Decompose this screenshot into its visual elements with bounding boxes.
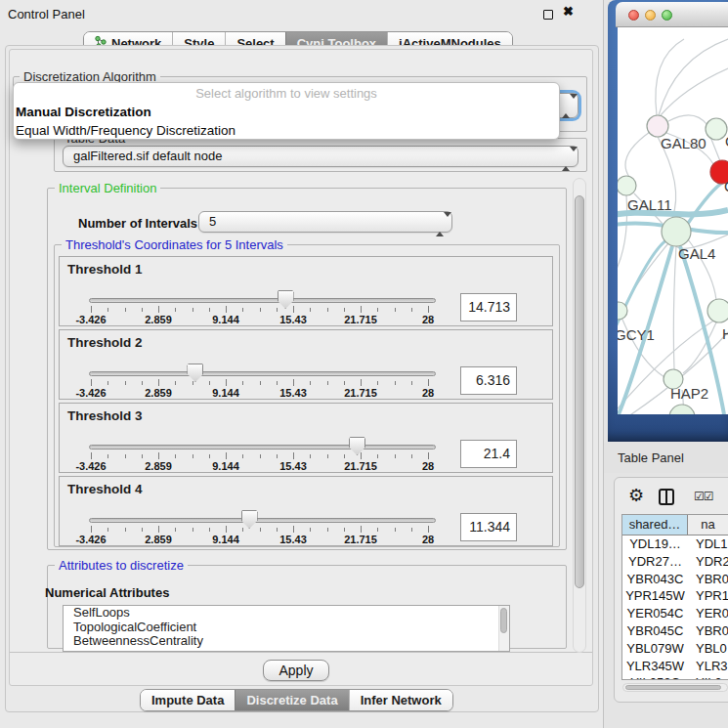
tick-mark [310,528,311,532]
table-cell[interactable]: YIL0 [688,674,728,680]
threshold-value-field[interactable]: 6.316 [460,366,517,395]
tick-mark [91,306,92,313]
table-cell[interactable]: YDR2 [688,553,728,571]
table-row[interactable]: YBR043CYBR0 [622,571,728,588]
attribute-item-selfloops[interactable]: SelfLoops [64,606,509,621]
table-data-combo[interactable]: galFiltered.sif default node [63,146,578,167]
network-window-titlebar[interactable] [616,2,728,27]
table-cell[interactable]: YDR27… [622,553,688,571]
checkbox-icons[interactable]: ☑☑ [694,490,713,503]
tick-mark [175,381,176,385]
number-of-intervals-label: Number of Intervals [78,216,197,231]
spinner-arrows-icon [436,215,445,235]
tab-impute-data[interactable]: Impute Data [141,690,235,710]
tick-mark [142,528,143,532]
table-row[interactable]: YER054CYER0 [622,605,728,622]
node-table[interactable]: shared…na YDL19…YDL1YDR27…YDR2YBR043CYBR… [621,514,728,680]
table-cell[interactable]: YPR1 [688,587,728,605]
column-header-shared-[interactable]: shared… [622,515,688,535]
table-cell[interactable]: YBR0 [688,622,728,640]
tick-mark [377,454,378,458]
node-label-h: H [722,325,728,342]
table-cell[interactable]: YBL0 [688,640,728,658]
tick-mark [395,528,396,532]
table-cell[interactable]: YDL19… [622,535,688,553]
tick-mark [209,528,210,532]
network-canvas[interactable]: GAL80GGAL11CGAL4GCY1HHAP2 [618,27,728,414]
attribute-item-topologicalcoefficient[interactable]: TopologicalCoefficient [64,621,509,635]
float-window-icon[interactable] [543,10,553,20]
panel-scrollbar-thumb[interactable] [575,195,584,588]
tab-discretize-data[interactable]: Discretize Data [235,690,348,710]
close-traffic-light-icon[interactable] [628,10,639,21]
divider [10,652,592,653]
tab-label: Infer Network [361,693,442,707]
tick-mark [158,526,159,533]
network-node[interactable] [618,176,636,195]
tick-mark [209,381,210,385]
zoom-traffic-light-icon[interactable] [662,10,672,21]
table-row[interactable]: YLR345WYLR3 [622,658,728,675]
table-cell[interactable]: YLR3 [688,658,728,675]
network-node[interactable] [706,118,727,140]
list-scrollbar[interactable] [498,606,509,651]
table-cell[interactable]: YBR0 [688,571,728,588]
algorithm-option-equal-width-frequency-discretization[interactable]: Equal Width/Frequency Discretization [14,121,559,140]
network-node[interactable] [707,299,728,322]
table-cell[interactable]: YER0 [688,605,728,622]
tick-mark [242,528,243,532]
table-hscrollbar[interactable] [622,683,728,692]
network-node[interactable] [669,405,695,414]
apply-button[interactable]: Apply [263,660,329,681]
minimize-traffic-light-icon[interactable] [645,10,656,21]
numerical-attributes-list[interactable]: SelfLoopsTopologicalCoefficientBetweenne… [63,605,510,652]
number-of-intervals-combo[interactable]: 5 [198,211,452,233]
tick-mark [310,454,311,458]
tab-label: Impute Data [151,693,224,707]
column-header-na[interactable]: na [688,515,728,535]
threshold-value-field[interactable]: 11.344 [460,513,517,541]
list-scrollbar-thumb[interactable] [500,608,507,633]
tick-label: 9.144 [212,314,239,325]
table-cell[interactable]: YER054C [622,605,688,622]
threshold-value-field[interactable]: 14.713 [460,293,517,321]
network-graph: GAL80GGAL11CGAL4GCY1HHAP2 [618,27,728,414]
tick-mark [226,452,227,459]
network-node[interactable] [647,115,668,137]
table-cell[interactable]: YDL1 [688,535,728,553]
tick-mark [310,308,311,312]
tab-infer-network[interactable]: Infer Network [349,690,452,710]
dropdown-placeholder: Select algorithm to view settings [14,84,559,103]
table-row[interactable]: YBL079WYBL0 [622,640,728,658]
close-icon[interactable]: ✖ [563,4,574,19]
algorithm-option-manual-discretization[interactable]: Manual Discretization [14,103,559,121]
tick-mark [361,306,362,313]
spinner-arrows-icon [562,150,571,169]
table-row[interactable]: YDR27…YDR2 [622,553,728,571]
table-cell[interactable]: YBR045C [622,622,688,640]
tick-mark [260,528,261,532]
table-cell[interactable]: YPR145W [622,587,688,605]
tick-mark [175,308,176,312]
table-cell[interactable]: YBR043C [622,571,688,588]
node-label-hap2: HAP2 [670,385,708,402]
tick-mark [395,308,396,312]
threshold-value-field[interactable]: 21.4 [460,440,517,468]
gear-icon[interactable]: ⚙ [628,485,644,506]
table-data-combo-value: galFiltered.sif default node [73,149,222,163]
table-row[interactable]: YPR145WYPR1 [622,587,728,605]
table-row[interactable]: YDL19…YDL1 [622,535,728,553]
table-row[interactable]: YIL052CYIL0 [622,674,728,680]
table-hscrollbar-thumb[interactable] [625,685,721,690]
network-node[interactable] [662,217,691,246]
column-browser-icon[interactable] [659,489,674,505]
table-row[interactable]: YBR045CYBR0 [622,622,728,640]
attribute-item-betweennesscentrality[interactable]: BetweennessCentrality [64,634,509,649]
tick-mark [125,308,126,312]
table-cell[interactable]: YLR345W [622,658,688,675]
tick-mark [428,526,429,533]
tick-label: -3.426 [75,460,106,472]
tick-mark [193,308,193,312]
table-cell[interactable]: YBL079W [622,640,688,658]
table-cell[interactable]: YIL052C [622,674,688,680]
